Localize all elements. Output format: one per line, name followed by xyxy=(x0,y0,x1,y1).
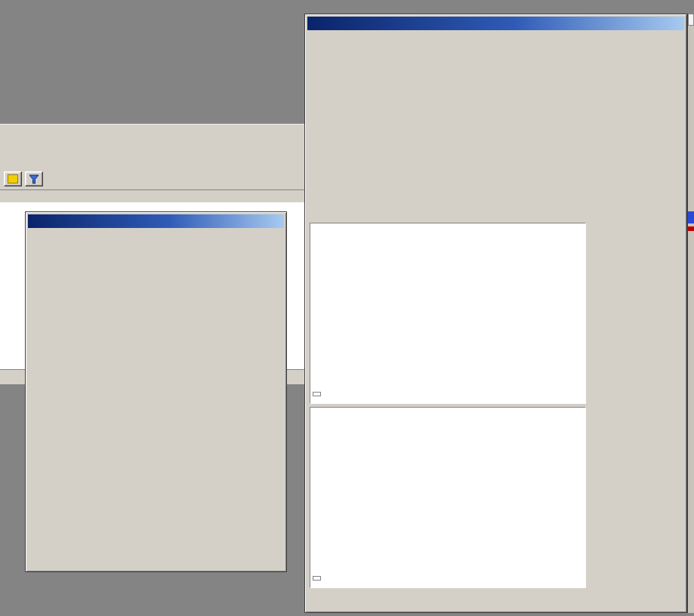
packet-rate-legend xyxy=(313,576,321,581)
quickset-icon[interactable] xyxy=(4,171,22,186)
traffic-rate-legend xyxy=(313,392,321,396)
interface-status-bar xyxy=(308,594,683,609)
filter-icon[interactable] xyxy=(25,171,43,186)
resources-window xyxy=(25,211,287,572)
traffic-rate-plot xyxy=(310,223,585,403)
wireless-toolbar xyxy=(4,170,46,188)
right-edge-window-sliver xyxy=(687,14,694,613)
resources-titlebar[interactable] xyxy=(28,214,284,228)
interface-titlebar[interactable] xyxy=(307,17,684,30)
funnel-icon xyxy=(29,174,39,184)
wireless-table-header xyxy=(0,190,304,202)
yellow-square-icon xyxy=(8,174,18,183)
interface-wlan2-window xyxy=(304,14,687,613)
right-sliver-red-mark xyxy=(688,226,694,231)
packet-rate-chart xyxy=(310,407,586,588)
packet-rate-plot xyxy=(310,408,585,587)
right-sliver-box xyxy=(688,14,694,26)
right-sliver-selected-row xyxy=(688,211,694,223)
traffic-rate-chart xyxy=(310,223,586,404)
